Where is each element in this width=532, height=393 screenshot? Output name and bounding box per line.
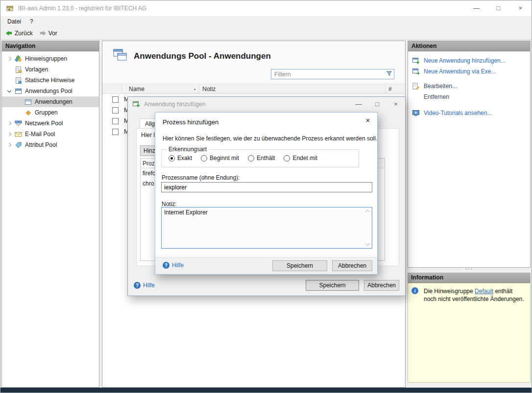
action-video-tutorials[interactable]: Video-Tutorials ansehen... [408, 108, 530, 118]
action-label: Neue Anwendung hinzufügen... [424, 57, 506, 64]
row-checkbox[interactable] [112, 107, 119, 114]
minimize-button[interactable]: — [465, 0, 487, 16]
add-application-icon [412, 57, 421, 65]
collapse-chevron-icon[interactable] [7, 88, 11, 92]
help-link[interactable]: ? Hilfe [134, 282, 155, 289]
action-edit[interactable]: Bearbeiten... [408, 81, 530, 92]
help-icon: ? [134, 282, 141, 289]
back-label: Zurück [15, 30, 33, 37]
add-application-dialog-icon [132, 100, 140, 109]
main-header: Anwendungs Pool - Anwendungen [102, 41, 405, 84]
dialog-title: Anwendung hinzufügen [144, 101, 205, 108]
detection-type-legend: Erkennungsart [167, 146, 209, 153]
page-title: Anwendungs Pool - Anwendungen [134, 51, 271, 61]
email-pool-icon [15, 131, 23, 138]
action-new-application-via-exe[interactable]: Neue Anwendung via Exe... [408, 66, 530, 77]
add-application-exe-icon [412, 68, 421, 75]
radio-enthaelt[interactable]: Enthält [248, 155, 275, 162]
save-button[interactable]: Speichern [272, 260, 327, 271]
navigation-header: Navigation [2, 41, 99, 51]
panel-splitter[interactable]: ··· [408, 268, 531, 273]
forward-label: Vor [48, 30, 57, 37]
add-process-dialog: × Prozess hinzufügen Hier können Sie fes… [155, 112, 378, 275]
maximize-button[interactable]: □ [368, 97, 387, 112]
back-arrow-icon [6, 30, 12, 36]
nav-item-label: Anwendungen [35, 98, 73, 105]
menu-help[interactable]: ? [25, 16, 38, 27]
app-logo-icon [6, 4, 14, 12]
cancel-button[interactable]: Abbrechen [364, 280, 399, 291]
column-header-notiz[interactable]: Notiz [199, 84, 386, 93]
forward-button[interactable]: Vor [36, 27, 61, 39]
window-controls: — □ × [465, 0, 532, 16]
menu-datei[interactable]: Datei [3, 16, 25, 27]
nav-item-email-pool[interactable]: E-Mail Pool [2, 129, 99, 139]
nav-item-anwendungs-pool[interactable]: Anwendungs Pool [2, 86, 99, 96]
expand-chevron-icon[interactable] [7, 121, 11, 125]
applications-page-icon [112, 48, 128, 64]
save-button[interactable]: Speichern [306, 280, 359, 291]
hint-groups-icon [15, 55, 23, 63]
column-header-name[interactable]: Name ▲ [122, 84, 199, 93]
dialog-titlebar[interactable]: Anwendung hinzufügen — □ × [128, 97, 405, 112]
radio-label: Endet mit [292, 155, 317, 162]
filter-input[interactable] [271, 69, 394, 79]
nav-item-attribut-pool[interactable]: Attribut Pool [2, 139, 99, 150]
nav-item-gruppen[interactable]: Gruppen [2, 107, 99, 118]
help-link[interactable]: ? Hilfe [163, 262, 184, 269]
nav-item-statische-hinweise[interactable]: Statische Hinweise [2, 75, 99, 86]
titlebar[interactable]: IBI-aws Admin 1.23.0 - registriert für I… [0, 0, 532, 16]
groups-icon [24, 109, 32, 116]
table-header: Name ▲ Notiz # [102, 84, 405, 94]
expand-chevron-icon[interactable] [7, 143, 11, 147]
nav-item-netzwerk-pool[interactable]: Netzwerk Pool [2, 118, 99, 129]
maximize-button[interactable]: □ [487, 0, 509, 16]
close-button[interactable]: × [509, 0, 532, 16]
cancel-button[interactable]: Abbrechen [332, 260, 372, 271]
action-list: Neue Anwendung hinzufügen... Neue Anwend… [408, 51, 530, 118]
edit-icon [412, 82, 421, 90]
radio-endet-mit[interactable]: Endet mit [284, 155, 317, 162]
row-checkbox[interactable] [112, 118, 119, 124]
action-label: Entfernen [424, 93, 449, 100]
radio-circle-icon [169, 155, 175, 162]
expand-chevron-icon[interactable] [7, 57, 11, 61]
information-text: Die Hinweisgruppe Default enthält noch n… [424, 287, 527, 303]
close-button[interactable]: × [387, 97, 405, 112]
close-icon[interactable]: × [363, 116, 373, 125]
filter-funnel-icon[interactable] [386, 70, 392, 78]
column-header-checkbox [102, 84, 122, 93]
default-group-link[interactable]: Default [475, 288, 493, 295]
process-name-label: Prozessname (ohne Endung): [162, 174, 240, 181]
note-textarea-wrap: Internet Explorer [161, 207, 372, 249]
radio-beginnt-mit[interactable]: Beginnt mit [201, 155, 239, 162]
action-remove[interactable]: Entfernen [408, 92, 530, 102]
information-header: Information [408, 273, 531, 283]
column-header-count[interactable]: # [386, 84, 405, 93]
row-checkbox[interactable] [112, 96, 119, 103]
process-name-input[interactable] [161, 182, 372, 192]
nav-item-anwendungen[interactable]: Anwendungen [2, 96, 99, 107]
app-window: IBI-aws Admin 1.23.0 - registriert für I… [0, 0, 532, 393]
navigation-tree: Hinweisgruppen Vorlagen Statische Hinwei… [2, 51, 99, 150]
nav-item-label: Vorlagen [25, 66, 48, 73]
dialog-title: Prozess hinzufügen [163, 118, 218, 126]
row-checkbox[interactable] [112, 129, 119, 135]
back-button[interactable]: Zurück [2, 27, 36, 39]
actions-panel: Aktionen Neue Anwendung hinzufügen... Ne… [408, 41, 531, 268]
splitter-dots-icon: ··· [465, 265, 473, 272]
minimize-button[interactable]: — [349, 97, 368, 112]
nav-item-vorlagen[interactable]: Vorlagen [2, 64, 99, 75]
expand-chevron-icon[interactable] [7, 132, 11, 136]
action-new-application[interactable]: Neue Anwendung hinzufügen... [408, 55, 530, 66]
radio-exakt[interactable]: Exakt [169, 155, 192, 162]
forward-arrow-icon [40, 30, 46, 36]
nav-item-label: Netzwerk Pool [25, 120, 63, 127]
note-textarea[interactable]: Internet Explorer [162, 208, 372, 248]
add-process-button[interactable]: Hinz [140, 145, 156, 156]
nav-item-hinweisgruppen[interactable]: Hinweisgruppen [2, 53, 99, 64]
actions-header: Aktionen [408, 41, 530, 51]
radio-label: Exakt [177, 155, 192, 162]
network-pool-icon [15, 120, 23, 127]
action-label: Video-Tutorials ansehen... [424, 110, 492, 116]
